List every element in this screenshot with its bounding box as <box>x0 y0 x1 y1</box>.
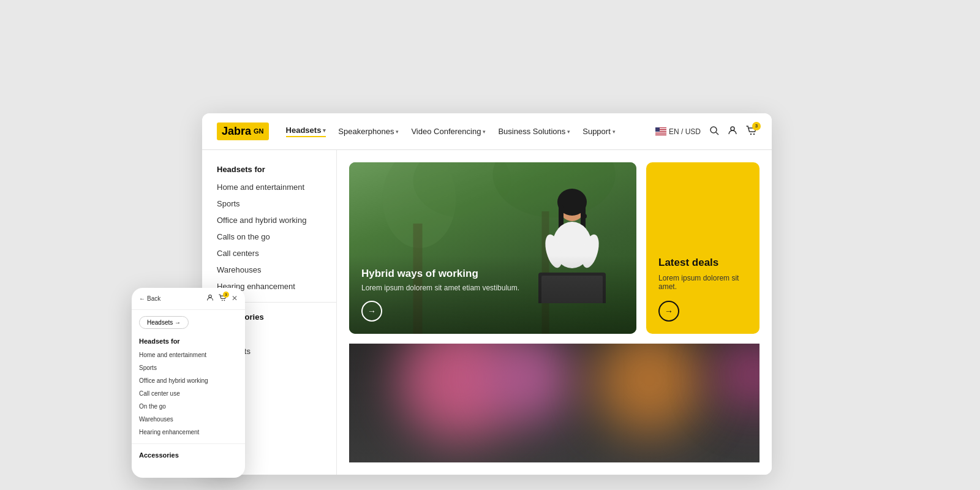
user-icon[interactable] <box>728 126 737 138</box>
hero-overlay: Hybrid ways of working Lorem ipsum dolor… <box>349 255 636 334</box>
phone-headsets-label: Headsets → <box>147 319 181 326</box>
browser-window: Jabra GN Headsets ▾ Speakerphones ▾ Vide… <box>202 113 772 475</box>
hero-arrow-button[interactable]: → <box>361 301 382 322</box>
phone-divider <box>132 443 245 444</box>
hero-text: Lorem ipsum dolorem sit amet etiam vesti… <box>361 284 624 292</box>
phone-menu-office[interactable]: Office and hybrid working <box>132 374 245 387</box>
yellow-card: Latest deals Lorem ipsum dolorem sit ame… <box>646 162 760 334</box>
search-icon[interactable] <box>709 126 719 138</box>
svg-point-25 <box>582 214 587 219</box>
svg-point-9 <box>750 133 752 134</box>
chevron-down-icon: ▾ <box>483 129 486 135</box>
yellow-card-text: Lorem ipsum dolorem sit amet. <box>658 274 747 291</box>
nav-items: Headsets ▾ Speakerphones ▾ Video Confere… <box>286 126 638 137</box>
lang-label: EN / USD <box>669 127 701 136</box>
blur-decoration <box>349 344 760 462</box>
phone-close-button[interactable]: ✕ <box>232 294 238 303</box>
hero-title: Hybrid ways of working <box>361 268 624 280</box>
nav-support[interactable]: Support ▾ <box>582 127 616 136</box>
nav-bar: Jabra GN Headsets ▾ Speakerphones ▾ Vide… <box>202 113 772 150</box>
svg-line-7 <box>716 132 718 135</box>
svg-point-6 <box>710 127 717 133</box>
phone-back-button[interactable]: ← Back <box>139 295 160 302</box>
logo-gn: GN <box>254 128 264 135</box>
jabra-logo[interactable]: Jabra GN <box>217 123 269 140</box>
nav-business-solutions[interactable]: Business Solutions ▾ <box>498 127 570 136</box>
phone-section-2-title: Accessories <box>132 449 245 462</box>
svg-point-8 <box>731 127 734 130</box>
yellow-card-title: Latest deals <box>658 257 747 269</box>
back-arrow-icon: ← <box>139 295 145 302</box>
chevron-down-icon: ▾ <box>567 129 570 135</box>
menu-item-warehouses[interactable]: Warehouses <box>202 262 336 278</box>
nav-headsets[interactable]: Headsets ▾ <box>286 126 326 137</box>
dropdown-area: Headsets for Home and entertainment Spor… <box>202 150 772 475</box>
phone-menu-warehouses[interactable]: Warehouses <box>132 413 245 426</box>
menu-item-office-hybrid[interactable]: Office and hybrid working <box>202 212 336 228</box>
logo-text: Jabra <box>222 125 251 138</box>
chevron-down-icon: ▾ <box>323 127 326 134</box>
svg-point-26 <box>209 295 212 298</box>
phone-cart-icon[interactable]: 3 <box>219 294 227 303</box>
main-content: Hybrid ways of working Lorem ipsum dolor… <box>337 150 772 475</box>
phone-menu-onthego[interactable]: On the go <box>132 400 245 413</box>
phone-user-icon[interactable] <box>206 294 214 303</box>
menu-section-1-title: Headsets for <box>202 162 336 179</box>
language-selector[interactable]: EN / USD <box>655 127 701 136</box>
chevron-down-icon: ▾ <box>396 129 399 135</box>
phone-section-1-title: Headsets for <box>132 335 245 349</box>
svg-point-28 <box>224 300 225 301</box>
svg-point-10 <box>753 133 755 134</box>
nav-right: EN / USD 3 <box>655 126 757 138</box>
back-label: Back <box>147 295 160 302</box>
phone-menu-callcenter[interactable]: Call center use <box>132 387 245 400</box>
menu-item-sports[interactable]: Sports <box>202 195 336 212</box>
hero-card: Hybrid ways of working Lorem ipsum dolor… <box>349 162 636 334</box>
phone-overlay: ← Back 3 ✕ Headsets → H <box>132 288 245 478</box>
svg-point-27 <box>222 300 223 301</box>
nav-speakerphones[interactable]: Speakerphones ▾ <box>338 127 399 136</box>
menu-item-call-centers[interactable]: Call centers <box>202 245 336 262</box>
blur-dark-pink <box>717 344 760 411</box>
svg-rect-3 <box>655 132 666 133</box>
phone-header-icons: 3 ✕ <box>206 294 238 303</box>
yellow-card-arrow-button[interactable]: → <box>658 301 679 322</box>
phone-menu-sports[interactable]: Sports <box>132 361 245 374</box>
flag-icon <box>655 127 666 135</box>
cards-row: Hybrid ways of working Lorem ipsum dolor… <box>349 162 760 334</box>
cart-icon[interactable]: 3 <box>746 126 757 138</box>
phone-menu-home[interactable]: Home and entertainment <box>132 349 245 361</box>
phone-cart-badge: 3 <box>223 292 229 298</box>
phone-header: ← Back 3 ✕ <box>132 288 245 310</box>
menu-item-home-entertainment[interactable]: Home and entertainment <box>202 179 336 195</box>
nav-video-conferencing[interactable]: Video Conferencing ▾ <box>411 127 486 136</box>
bottom-section <box>349 344 760 462</box>
chevron-down-icon: ▾ <box>612 129 616 135</box>
svg-rect-4 <box>655 134 666 135</box>
blur-orange <box>594 344 704 435</box>
phone-menu-hearing[interactable]: Hearing enhancement <box>132 426 245 439</box>
menu-item-calls-on-go[interactable]: Calls on the go <box>202 228 336 245</box>
phone-headsets-button[interactable]: Headsets → <box>139 316 189 329</box>
svg-rect-5 <box>655 127 660 132</box>
cart-badge: 3 <box>752 122 761 130</box>
